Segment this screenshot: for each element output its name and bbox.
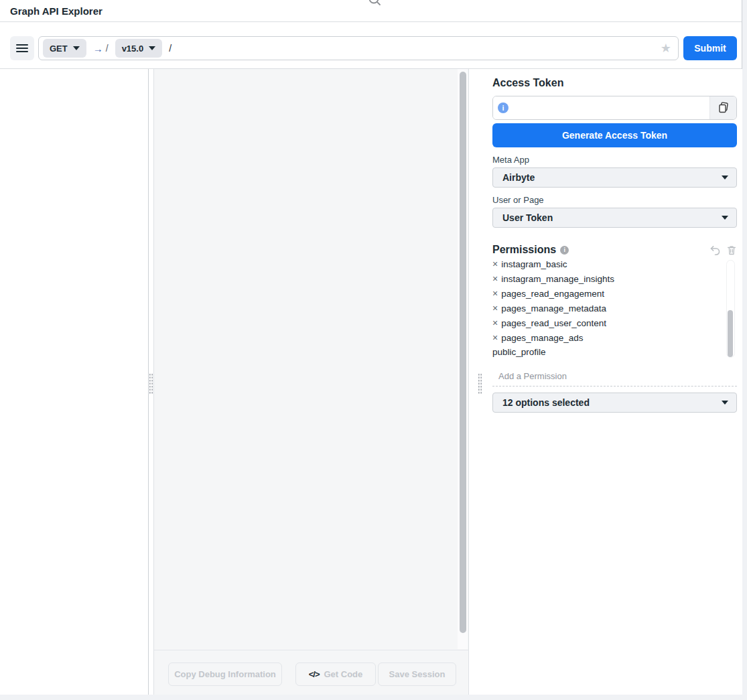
chevron-down-icon: [722, 176, 728, 180]
token-info-icon[interactable]: i: [498, 102, 508, 113]
permissions-list: ×instagram_basic×instagram_manage_insigh…: [492, 259, 737, 359]
permission-label: pages_manage_ads: [501, 333, 583, 343]
chevron-down-icon: [722, 401, 728, 405]
left-resize-handle[interactable]: [149, 373, 153, 395]
permissions-scrollbar-thumb[interactable]: [728, 310, 733, 357]
permissions-info-icon[interactable]: i: [560, 246, 569, 255]
method-label: GET: [50, 44, 68, 54]
permissions-heading: Permissions: [492, 244, 556, 256]
user-or-page-value: User Token: [502, 212, 722, 223]
version-label: v15.0: [122, 44, 144, 54]
chevron-down-icon: [149, 46, 155, 50]
request-url-bar[interactable]: GET → / v15.0 / ★: [38, 36, 679, 60]
permission-item: ×pages_read_engagement: [492, 286, 737, 301]
remove-permission-icon[interactable]: ×: [492, 288, 498, 299]
user-or-page-label: User or Page: [492, 195, 737, 205]
response-panel: Copy Debug Information </> Get Code Save…: [153, 69, 469, 695]
generate-access-token-button[interactable]: Generate Access Token: [492, 123, 737, 147]
page-title: Graph API Explorer: [10, 5, 103, 17]
copy-debug-button[interactable]: Copy Debug Information: [168, 662, 282, 686]
app-card: Graph API Explorer GET → / v15.0: [0, 0, 742, 695]
right-resize-handle[interactable]: [478, 373, 482, 395]
meta-app-select[interactable]: Airbyte: [492, 167, 737, 188]
permissions-scrollbar-track[interactable]: [726, 260, 735, 358]
version-dropdown[interactable]: v15.0: [115, 39, 163, 58]
access-token-input[interactable]: [508, 96, 709, 119]
get-code-label: Get Code: [324, 669, 363, 679]
remove-permission-icon[interactable]: ×: [492, 259, 498, 269]
access-token-input-wrap: i: [493, 96, 709, 119]
chevron-down-icon: [722, 216, 728, 220]
permission-item: ×instagram_basic: [492, 259, 737, 271]
trash-icon[interactable]: [726, 244, 737, 256]
method-dropdown[interactable]: GET: [43, 39, 86, 58]
token-panel: Access Token i Genera: [492, 69, 742, 695]
remove-permission-icon[interactable]: ×: [492, 303, 498, 313]
content-region: Copy Debug Information </> Get Code Save…: [0, 69, 742, 695]
remove-permission-icon[interactable]: ×: [492, 273, 498, 284]
graph-api-explorer-page: Graph API Explorer GET → / v15.0: [0, 0, 747, 700]
copy-icon: [718, 102, 730, 114]
undo-icon[interactable]: [709, 244, 721, 256]
permission-item: ×pages_manage_metadata: [492, 301, 737, 316]
top-header: Graph API Explorer: [0, 0, 742, 22]
hamburger-icon: [16, 42, 28, 54]
code-icon: </>: [309, 669, 320, 679]
permission-label: instagram_manage_insights: [501, 274, 614, 284]
options-selected-label: 12 options selected: [502, 397, 722, 408]
permission-label: pages_manage_metadata: [501, 303, 606, 313]
slash-separator: /: [106, 43, 109, 54]
arrow-icon: →: [93, 43, 103, 54]
permission-label: pages_read_engagement: [501, 289, 604, 299]
permissions-rows: ×instagram_basic×instagram_manage_insigh…: [492, 259, 737, 359]
user-or-page-select[interactable]: User Token: [492, 208, 737, 228]
permission-label: pages_read_user_content: [501, 318, 606, 328]
meta-app-label: Meta App: [492, 155, 737, 165]
permission-item: public_profile: [492, 345, 737, 359]
left-sidebar: [0, 69, 149, 695]
access-token-field-row: i: [492, 96, 737, 120]
copy-token-button[interactable]: [709, 96, 736, 119]
save-session-button[interactable]: Save Session: [378, 662, 456, 686]
remove-permission-icon[interactable]: ×: [492, 332, 498, 343]
request-path-input[interactable]: /: [169, 43, 661, 54]
permission-item: ×instagram_manage_insights: [492, 271, 737, 286]
permission-item: ×pages_read_user_content: [492, 316, 737, 330]
remove-permission-icon[interactable]: ×: [492, 318, 498, 328]
main-scrollbar-thumb[interactable]: [460, 72, 466, 633]
menu-button[interactable]: [10, 36, 34, 60]
add-permission-input[interactable]: [498, 371, 737, 381]
response-footer: Copy Debug Information </> Get Code Save…: [154, 650, 468, 695]
main-scrollbar-track[interactable]: [458, 69, 468, 649]
request-toolbar: GET → / v15.0 / ★ Submit: [0, 22, 742, 69]
permission-item: ×pages_manage_ads: [492, 330, 737, 345]
chevron-down-icon: [73, 46, 80, 50]
permission-label: instagram_basic: [501, 259, 567, 269]
meta-app-value: Airbyte: [502, 172, 722, 183]
access-token-heading: Access Token: [492, 77, 737, 89]
permissions-summary-select[interactable]: 12 options selected: [492, 393, 737, 413]
add-permission-row: [492, 370, 737, 387]
permission-label: public_profile: [492, 347, 546, 357]
search-icon[interactable]: [367, 0, 382, 7]
favorite-star-icon[interactable]: ★: [661, 42, 671, 54]
submit-button[interactable]: Submit: [683, 36, 737, 60]
get-code-button[interactable]: </> Get Code: [295, 662, 376, 686]
permissions-header: Permissions i: [492, 243, 737, 257]
